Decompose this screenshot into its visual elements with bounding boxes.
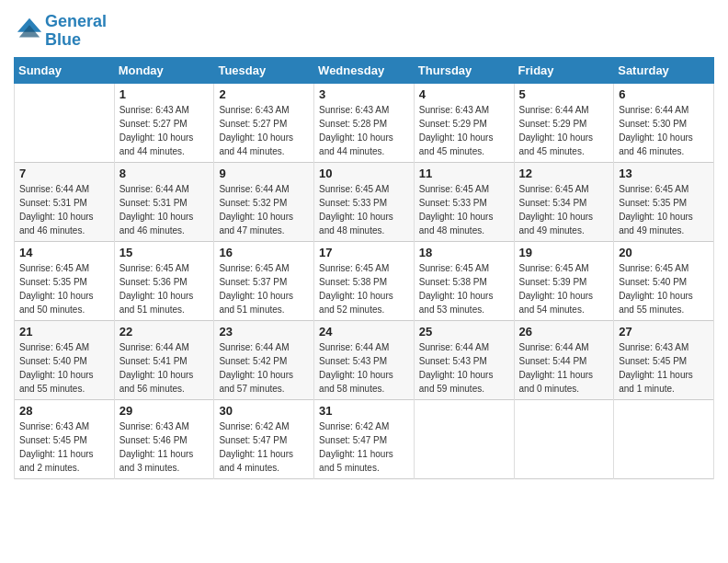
day-cell: [15, 83, 115, 162]
day-info: Sunrise: 6:44 AMSunset: 5:30 PMDaylight:…: [619, 103, 709, 158]
day-cell: 19Sunrise: 6:45 AMSunset: 5:39 PMDayligh…: [514, 241, 614, 320]
day-number: 2: [219, 87, 309, 101]
day-number: 17: [319, 246, 409, 259]
day-cell: 16Sunrise: 6:45 AMSunset: 5:37 PMDayligh…: [214, 241, 314, 320]
day-number: 30: [219, 404, 309, 418]
page-header: General Blue: [14, 9, 714, 50]
logo: General Blue: [14, 13, 107, 50]
day-info: Sunrise: 6:44 AMSunset: 5:32 PMDaylight:…: [219, 182, 309, 237]
day-info: Sunrise: 6:45 AMSunset: 5:38 PMDaylight:…: [419, 261, 509, 316]
day-cell: 7Sunrise: 6:44 AMSunset: 5:31 PMDaylight…: [15, 162, 115, 241]
day-cell: 13Sunrise: 6:45 AMSunset: 5:35 PMDayligh…: [614, 162, 714, 241]
day-info: Sunrise: 6:44 AMSunset: 5:29 PMDaylight:…: [519, 103, 609, 158]
col-header-tuesday: Tuesday: [214, 57, 314, 83]
day-cell: 18Sunrise: 6:45 AMSunset: 5:38 PMDayligh…: [414, 241, 514, 320]
day-info: Sunrise: 6:45 AMSunset: 5:40 PMDaylight:…: [619, 261, 709, 316]
col-header-sunday: Sunday: [15, 57, 115, 83]
day-number: 20: [619, 246, 709, 259]
day-cell: 31Sunrise: 6:42 AMSunset: 5:47 PMDayligh…: [314, 399, 415, 478]
day-cell: 9Sunrise: 6:44 AMSunset: 5:32 PMDaylight…: [214, 162, 314, 241]
day-number: 31: [319, 404, 409, 418]
logo-icon: [16, 17, 43, 42]
day-cell: 21Sunrise: 6:45 AMSunset: 5:40 PMDayligh…: [15, 320, 115, 399]
day-cell: 14Sunrise: 6:45 AMSunset: 5:35 PMDayligh…: [15, 241, 115, 320]
day-cell: 1Sunrise: 6:43 AMSunset: 5:27 PMDaylight…: [114, 83, 214, 162]
day-number: 4: [419, 87, 509, 101]
week-row-2: 7Sunrise: 6:44 AMSunset: 5:31 PMDaylight…: [15, 162, 714, 241]
day-info: Sunrise: 6:45 AMSunset: 5:36 PMDaylight:…: [119, 261, 210, 316]
day-number: 7: [19, 167, 109, 180]
day-info: Sunrise: 6:44 AMSunset: 5:43 PMDaylight:…: [319, 340, 409, 396]
day-number: 1: [119, 87, 210, 101]
day-cell: [414, 399, 514, 478]
day-cell: 10Sunrise: 6:45 AMSunset: 5:33 PMDayligh…: [314, 162, 415, 241]
day-number: 29: [119, 404, 210, 418]
day-info: Sunrise: 6:45 AMSunset: 5:33 PMDaylight:…: [319, 182, 409, 237]
day-cell: 4Sunrise: 6:43 AMSunset: 5:29 PMDaylight…: [414, 83, 514, 162]
day-info: Sunrise: 6:44 AMSunset: 5:31 PMDaylight:…: [119, 182, 210, 237]
calendar-table: SundayMondayTuesdayWednesdayThursdayFrid…: [14, 57, 714, 479]
day-cell: 23Sunrise: 6:44 AMSunset: 5:42 PMDayligh…: [214, 320, 314, 399]
day-number: 11: [419, 167, 509, 180]
day-number: 10: [319, 167, 409, 180]
day-info: Sunrise: 6:45 AMSunset: 5:35 PMDaylight:…: [19, 261, 109, 316]
day-cell: 3Sunrise: 6:43 AMSunset: 5:28 PMDaylight…: [314, 83, 415, 162]
day-cell: 12Sunrise: 6:45 AMSunset: 5:34 PMDayligh…: [514, 162, 614, 241]
col-header-friday: Friday: [514, 57, 614, 83]
day-cell: 26Sunrise: 6:44 AMSunset: 5:44 PMDayligh…: [514, 320, 614, 399]
day-cell: 28Sunrise: 6:43 AMSunset: 5:45 PMDayligh…: [15, 399, 115, 478]
col-header-monday: Monday: [114, 57, 214, 83]
day-info: Sunrise: 6:44 AMSunset: 5:43 PMDaylight:…: [419, 340, 509, 396]
day-info: Sunrise: 6:44 AMSunset: 5:31 PMDaylight:…: [19, 182, 109, 237]
day-number: 13: [619, 167, 709, 180]
day-cell: 15Sunrise: 6:45 AMSunset: 5:36 PMDayligh…: [114, 241, 214, 320]
week-row-1: 1Sunrise: 6:43 AMSunset: 5:27 PMDaylight…: [15, 83, 714, 162]
day-info: Sunrise: 6:43 AMSunset: 5:27 PMDaylight:…: [219, 103, 309, 158]
day-info: Sunrise: 6:45 AMSunset: 5:34 PMDaylight:…: [519, 182, 609, 237]
day-info: Sunrise: 6:44 AMSunset: 5:42 PMDaylight:…: [219, 340, 309, 396]
day-number: 8: [119, 167, 210, 180]
week-row-3: 14Sunrise: 6:45 AMSunset: 5:35 PMDayligh…: [15, 241, 714, 320]
day-info: Sunrise: 6:44 AMSunset: 5:41 PMDaylight:…: [119, 340, 210, 396]
header-row: SundayMondayTuesdayWednesdayThursdayFrid…: [15, 57, 714, 83]
day-number: 28: [19, 404, 109, 418]
day-info: Sunrise: 6:45 AMSunset: 5:38 PMDaylight:…: [319, 261, 409, 316]
day-info: Sunrise: 6:42 AMSunset: 5:47 PMDaylight:…: [219, 419, 309, 475]
week-row-5: 28Sunrise: 6:43 AMSunset: 5:45 PMDayligh…: [15, 399, 714, 478]
day-info: Sunrise: 6:45 AMSunset: 5:40 PMDaylight:…: [19, 340, 109, 396]
day-info: Sunrise: 6:43 AMSunset: 5:27 PMDaylight:…: [119, 103, 210, 158]
logo-text: General Blue: [45, 13, 107, 50]
day-number: 6: [619, 87, 709, 101]
day-number: 3: [319, 87, 409, 101]
day-cell: 11Sunrise: 6:45 AMSunset: 5:33 PMDayligh…: [414, 162, 514, 241]
day-cell: 22Sunrise: 6:44 AMSunset: 5:41 PMDayligh…: [114, 320, 214, 399]
day-number: 24: [319, 325, 409, 339]
day-cell: [614, 399, 714, 478]
day-cell: 29Sunrise: 6:43 AMSunset: 5:46 PMDayligh…: [114, 399, 214, 478]
day-cell: 5Sunrise: 6:44 AMSunset: 5:29 PMDaylight…: [514, 83, 614, 162]
day-cell: 17Sunrise: 6:45 AMSunset: 5:38 PMDayligh…: [314, 241, 415, 320]
day-number: 25: [419, 325, 509, 339]
day-info: Sunrise: 6:43 AMSunset: 5:29 PMDaylight:…: [419, 103, 509, 158]
day-info: Sunrise: 6:43 AMSunset: 5:45 PMDaylight:…: [619, 340, 709, 396]
day-cell: 20Sunrise: 6:45 AMSunset: 5:40 PMDayligh…: [614, 241, 714, 320]
day-info: Sunrise: 6:43 AMSunset: 5:28 PMDaylight:…: [319, 103, 409, 158]
week-row-4: 21Sunrise: 6:45 AMSunset: 5:40 PMDayligh…: [15, 320, 714, 399]
day-number: 18: [419, 246, 509, 259]
day-info: Sunrise: 6:45 AMSunset: 5:33 PMDaylight:…: [419, 182, 509, 237]
day-info: Sunrise: 6:44 AMSunset: 5:44 PMDaylight:…: [519, 340, 609, 396]
day-number: 5: [519, 87, 609, 101]
day-number: 27: [619, 325, 709, 339]
day-info: Sunrise: 6:45 AMSunset: 5:39 PMDaylight:…: [519, 261, 609, 316]
day-number: 14: [19, 246, 109, 259]
day-number: 26: [519, 325, 609, 339]
day-number: 21: [19, 325, 109, 339]
col-header-wednesday: Wednesday: [314, 57, 415, 83]
day-info: Sunrise: 6:42 AMSunset: 5:47 PMDaylight:…: [319, 419, 409, 475]
day-number: 9: [219, 167, 309, 180]
day-info: Sunrise: 6:43 AMSunset: 5:46 PMDaylight:…: [119, 419, 210, 475]
col-header-thursday: Thursday: [414, 57, 514, 83]
day-number: 12: [519, 167, 609, 180]
day-number: 23: [219, 325, 309, 339]
day-info: Sunrise: 6:43 AMSunset: 5:45 PMDaylight:…: [19, 419, 109, 475]
